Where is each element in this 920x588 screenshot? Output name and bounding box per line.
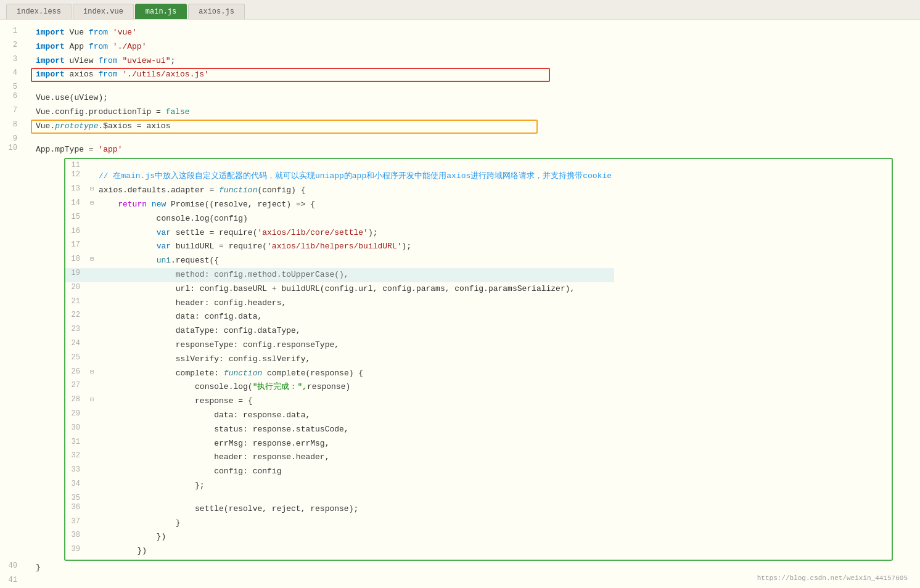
line-num-16: 16 xyxy=(65,226,88,240)
line-39: 39 }) xyxy=(65,544,614,558)
fold-27 xyxy=(88,380,96,394)
line-17: 17 var buildURL = require('axios/lib/hel… xyxy=(65,240,614,254)
line-13: 13 ⊟ axios.defaults.adapter = function(c… xyxy=(65,184,614,198)
line-num-25: 25 xyxy=(65,353,88,367)
line-19: 19 method: config.method.toUpperCase(), xyxy=(65,268,614,282)
line-27: 27 console.log("执行完成：",response) xyxy=(65,380,614,394)
line-12: 12 // 在main.js中放入这段自定义适配器的代码，就可以实现uniapp… xyxy=(65,169,614,184)
line-36: 36 settle(resolve, reject, response); xyxy=(65,502,614,517)
line-num-27: 27 xyxy=(65,380,88,394)
fold-16 xyxy=(88,226,96,240)
line-num-41: 41 xyxy=(0,575,25,584)
code-lines: 1 import Vue from 'vue' 2 import App fro… xyxy=(0,26,920,157)
fold-15 xyxy=(88,212,96,226)
line-num-18: 18 xyxy=(65,254,88,268)
line-5: 5 xyxy=(0,82,920,91)
fold-4 xyxy=(25,68,33,82)
line-num-4: 4 xyxy=(0,68,25,82)
line-content-4: import axios from './utils/axios.js' xyxy=(33,68,920,82)
fold-32 xyxy=(88,451,96,465)
line-1: 1 import Vue from 'vue' xyxy=(0,26,920,40)
line-content-26: complete: function complete(response) { xyxy=(96,367,614,381)
line-content-13: axios.defaults.adapter = function(config… xyxy=(96,184,614,198)
line-num-30: 30 xyxy=(65,423,88,437)
line-num-37: 37 xyxy=(65,517,88,531)
line-num-21: 21 xyxy=(65,296,88,311)
line-21: 21 header: config.headers, xyxy=(65,296,614,311)
right-spacer xyxy=(895,158,920,561)
line-num-8: 8 xyxy=(0,120,25,134)
line-num-10: 10 xyxy=(0,143,25,157)
line-31: 31 errMsg: response.errMsg, xyxy=(65,437,614,451)
fold-28: ⊟ xyxy=(88,394,96,409)
line-num-36: 36 xyxy=(65,502,88,517)
fold-29 xyxy=(88,409,96,423)
line-content-10: App.mpType = 'app' xyxy=(33,143,920,157)
line-8: 8 Vue.prototype.$axios = axios xyxy=(0,120,920,134)
fold-7 xyxy=(25,105,33,120)
line-content-34: }; xyxy=(96,479,614,493)
line-num-31: 31 xyxy=(65,437,88,451)
tab-index-less[interactable]: index.less xyxy=(6,4,72,19)
line-content-38: }) xyxy=(96,530,614,544)
line-32: 32 header: response.header, xyxy=(65,451,614,465)
fold-36 xyxy=(88,502,96,517)
code-editor: 1 import Vue from 'vue' 2 import App fro… xyxy=(0,20,920,588)
line-2: 2 import App from './App' xyxy=(0,40,920,54)
green-inner: 11 12 // 在main.js中放入这段自定义适配器的代码，就可以实现uni… xyxy=(65,159,892,560)
line-num-1: 1 xyxy=(0,26,25,40)
line-content-33: config: config xyxy=(96,465,614,479)
fold-5 xyxy=(25,82,33,91)
line-num-24: 24 xyxy=(65,338,88,353)
line-content-18: uni.request({ xyxy=(96,254,614,268)
line-num-7: 7 xyxy=(0,105,25,120)
line-content-39: }) xyxy=(96,544,614,558)
fold-13: ⊟ xyxy=(88,184,96,198)
line-content-24: responseType: config.responseType, xyxy=(96,338,614,353)
line-content-9 xyxy=(33,134,920,143)
fold-19 xyxy=(88,268,96,282)
fold-11 xyxy=(88,160,96,169)
line-content-20: url: config.baseURL + buildURL(config.ur… xyxy=(96,282,614,296)
fold-17 xyxy=(88,240,96,254)
line-content-35 xyxy=(96,493,614,502)
line-content-37: } xyxy=(96,517,614,531)
line-38: 38 }) xyxy=(65,530,614,544)
tab-axios-js[interactable]: axios.js xyxy=(188,4,245,19)
line-11: 11 xyxy=(65,160,614,169)
line-22: 22 data: config.data, xyxy=(65,310,614,324)
line-num-15: 15 xyxy=(65,212,88,226)
line-37: 37 } xyxy=(65,517,614,531)
fold-39 xyxy=(88,544,96,558)
line-20: 20 url: config.baseURL + buildURL(config… xyxy=(65,282,614,296)
fold-31 xyxy=(88,437,96,451)
fold-35 xyxy=(88,493,96,502)
line-num-38: 38 xyxy=(65,530,88,544)
tab-index-vue[interactable]: index.vue xyxy=(73,4,134,19)
line-content-31: errMsg: response.errMsg, xyxy=(96,437,614,451)
line-content-32: header: response.header, xyxy=(96,451,614,465)
line-num-3: 3 xyxy=(0,54,25,68)
line-num-23: 23 xyxy=(65,324,88,338)
line-content-27: console.log("执行完成：",response) xyxy=(96,380,614,394)
line-content-11 xyxy=(96,160,614,169)
green-code-block: 11 12 // 在main.js中放入这段自定义适配器的代码，就可以实现uni… xyxy=(64,158,893,561)
line-content-1: import Vue from 'vue' xyxy=(33,26,920,40)
line-content-30: status: response.statusCode, xyxy=(96,423,614,437)
line-num-32: 32 xyxy=(65,451,88,465)
line-14: 14 ⊟ return new Promise((resolve, reject… xyxy=(65,198,614,212)
line-40: 40 } xyxy=(0,561,920,575)
fold-8 xyxy=(25,120,33,134)
line-num-11: 11 xyxy=(65,160,88,169)
line-num-20: 20 xyxy=(65,282,88,296)
fold-41 xyxy=(25,575,33,584)
tab-main-js[interactable]: main.js xyxy=(135,4,187,19)
fold-12 xyxy=(88,169,96,184)
fold-10 xyxy=(25,143,33,157)
fold-24 xyxy=(88,338,96,353)
line-33: 33 config: config xyxy=(65,465,614,479)
tab-bar: index.less index.vue main.js axios.js xyxy=(0,0,920,20)
line-28: 28 ⊟ response = { xyxy=(65,394,614,409)
fold-18: ⊟ xyxy=(88,254,96,268)
line-content-6: Vue.use(uView); xyxy=(33,91,920,105)
